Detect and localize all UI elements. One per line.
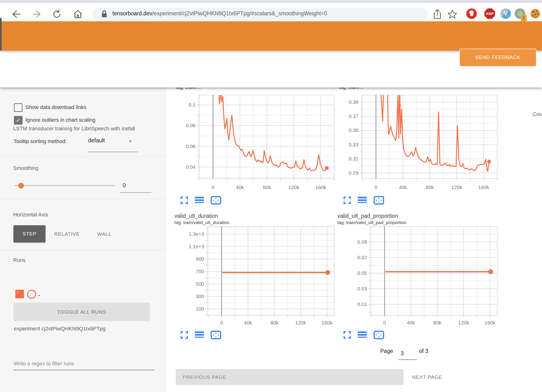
svg-text:80k: 80k [426, 184, 434, 190]
tab-histograms[interactable]: HISTOGRAMS [188, 54, 223, 59]
divider [0, 199, 166, 199]
svg-text:0.03: 0.03 [357, 286, 367, 291]
svg-text:80k: 80k [433, 320, 441, 325]
forward-icon[interactable] [33, 10, 42, 18]
data-table-icon[interactable] [195, 331, 204, 339]
horizontal-axis-label: Horizontal Axis [13, 212, 48, 218]
browser-tab-strip [0, 0, 542, 3]
runs-regex-input[interactable] [13, 358, 154, 370]
svg-text:0: 0 [212, 184, 214, 190]
svg-text:0: 0 [375, 184, 377, 190]
svg-text:0.37: 0.37 [349, 113, 358, 119]
created-text-partial: Crea [532, 111, 542, 117]
svg-text:120k: 120k [451, 184, 462, 190]
svg-text:700: 700 [196, 269, 204, 274]
show-download-links-checkbox[interactable] [14, 103, 23, 112]
svg-text:0.07: 0.07 [357, 255, 367, 260]
tab-distributions[interactable]: DISTRIBUTIONS [241, 54, 283, 59]
run-name: . [38, 290, 40, 298]
svg-text:40k: 40k [244, 320, 252, 325]
svg-text:500: 500 [196, 281, 204, 287]
show-download-links-label: Show data download links [25, 104, 86, 110]
fit-domain-icon[interactable] [374, 331, 384, 339]
tooltip-select-underline [88, 152, 138, 152]
share-icon[interactable] [433, 9, 441, 19]
svg-text:120k: 120k [288, 184, 299, 190]
svg-text:0.04: 0.04 [186, 164, 196, 170]
page-of-label: of 3 [419, 348, 428, 354]
scalar-chart-valid-utt-pad-proportion[interactable]: 0.090.070.050.030.01040k80k120k160k [331, 211, 501, 336]
axis-step-button[interactable]: STEP [13, 225, 46, 242]
bookmark-star-icon[interactable] [448, 10, 457, 19]
svg-text:0.39: 0.39 [349, 99, 358, 105]
tab-hparams[interactable]: HPARAMS [301, 54, 327, 59]
svg-text:120k: 120k [295, 320, 306, 325]
svg-text:160k: 160k [315, 184, 326, 190]
extension-abp-icon[interactable]: ABP [484, 8, 495, 19]
svg-text:100: 100 [196, 306, 204, 311]
tab-scalars[interactable]: SCALARS [109, 54, 133, 59]
svg-text:300: 300 [196, 294, 204, 299]
extension-v-icon[interactable]: V [500, 8, 511, 19]
svg-text:0.29: 0.29 [349, 170, 358, 176]
data-table-icon[interactable] [358, 331, 367, 339]
svg-text:1.1e+3: 1.1e+3 [189, 244, 204, 249]
reload-icon[interactable] [52, 10, 61, 19]
svg-text:80k: 80k [270, 320, 278, 325]
extension-cookie-icon[interactable] [530, 8, 541, 19]
experiment-id-text: experiment cj2vtPiwQHKN9Q1tx6PTpg [14, 326, 106, 332]
svg-text:0.05: 0.05 [357, 270, 367, 276]
url-domain: tensorboard.dev [112, 10, 152, 17]
scalar-chart-valid-utt-duration[interactable]: 1.3e+31.1e+3900700500300100040k80k120k16… [168, 211, 338, 336]
axis-wall-button[interactable]: WALL [97, 231, 112, 237]
run-color-swatch[interactable] [27, 290, 36, 299]
smoothing-slider-thumb[interactable] [18, 183, 24, 189]
svg-text:900: 900 [196, 256, 204, 262]
svg-text:0.01: 0.01 [357, 301, 367, 307]
svg-text:1.3e+3: 1.3e+3 [189, 231, 204, 237]
send-feedback-button[interactable]: SEND FEEDBACK [459, 49, 536, 67]
extension-hand-icon[interactable] [466, 8, 477, 19]
svg-text:0.09: 0.09 [357, 239, 367, 245]
lock-icon [101, 10, 107, 18]
url-text[interactable]: tensorboard.dev/experiment/cj2vtPiwQHKN9… [112, 10, 327, 17]
smoothing-slider-track[interactable] [14, 185, 115, 186]
run-checkbox[interactable]: ✓ [15, 290, 24, 298]
axis-relative-button[interactable]: RELATIVE [54, 231, 80, 237]
smoothing-value[interactable]: 0 [123, 182, 126, 189]
svg-text:40k: 40k [407, 320, 415, 325]
toggle-all-runs-button[interactable]: TOGGLE ALL RUNS [13, 303, 150, 321]
app-logo[interactable]: TensorBoard.dev [13, 52, 75, 61]
ignore-outliers-label: Ignore outliers in chart scaling [25, 117, 95, 123]
page-number-input[interactable]: 3 [401, 350, 404, 357]
page-label: Page [380, 348, 393, 354]
app-header: TensorBoard.dev SCALARS GRAPHS HISTOGRAM… [0, 21, 542, 51]
experiment-title: LSTM transducer training for LibriSpeech… [13, 126, 135, 132]
fit-domain-icon[interactable] [211, 331, 221, 339]
home-icon[interactable] [73, 10, 83, 19]
svg-text:0.33: 0.33 [349, 142, 358, 147]
extension-green-dot-icon[interactable]: 1 [515, 8, 525, 19]
page-input-underline [398, 359, 417, 360]
browser-toolbar: tensorboard.dev/experiment/cj2vtPiwQHKN9… [0, 3, 542, 21]
svg-text:0: 0 [220, 320, 223, 325]
scalar-chart[interactable]: 0.10.080.060.04040k80k120k160k [168, 85, 338, 199]
tab-text[interactable]: TEXT [345, 54, 358, 59]
settings-sidebar: Show data download links ✓ Ignore outlie… [0, 87, 166, 392]
svg-text:160k: 160k [478, 184, 489, 190]
fullscreen-icon[interactable] [343, 331, 351, 339]
ignore-outliers-checkbox[interactable]: ✓ [14, 116, 23, 125]
next-page-button[interactable]: NEXT PAGE [410, 369, 444, 385]
tab-graphs[interactable]: GRAPHS [150, 54, 173, 59]
svg-text:0.08: 0.08 [186, 123, 196, 128]
svg-text:40k: 40k [236, 184, 244, 190]
url-path: /experiment/cj2vtPiwQHKN9Q1tx6PTpg/#scal… [152, 10, 327, 17]
svg-text:120k: 120k [458, 320, 469, 325]
svg-text:160k: 160k [484, 320, 496, 325]
chevron-down-icon[interactable]: ▼ [128, 139, 132, 143]
tooltip-sorting-select[interactable]: default [88, 137, 105, 144]
previous-page-button[interactable]: PREVIOUS PAGE [176, 369, 404, 385]
scalar-chart[interactable]: 0.390.370.350.330.310.29040k80k120k160k [331, 85, 501, 199]
back-icon[interactable] [11, 10, 20, 18]
fullscreen-icon[interactable] [180, 331, 188, 339]
